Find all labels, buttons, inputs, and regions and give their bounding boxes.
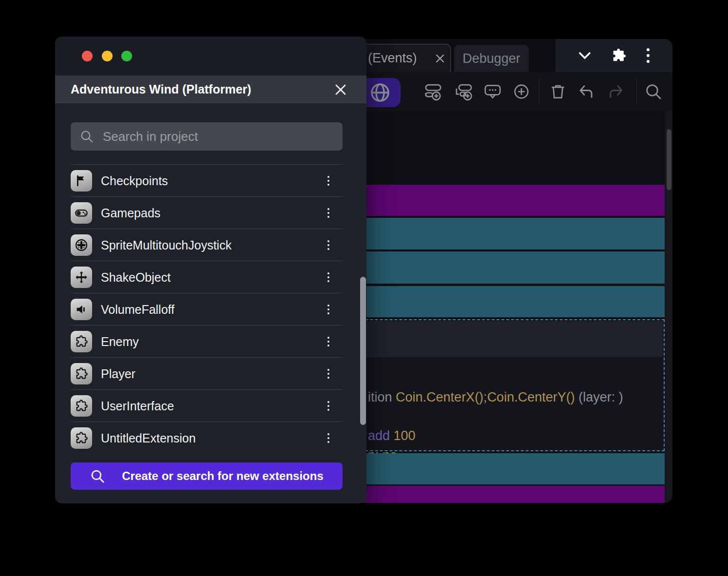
add-subevent-button[interactable] xyxy=(455,82,473,101)
item-menu-icon[interactable] xyxy=(322,398,335,414)
tab-events-label: (Events) xyxy=(368,51,417,66)
add-more-button[interactable] xyxy=(512,82,531,101)
gamepad-icon xyxy=(71,202,92,224)
move-icon xyxy=(71,267,92,288)
event-action-position: ition Coin.CenterX();Coin.CenterY() (lay… xyxy=(368,390,623,405)
search-icon xyxy=(90,468,105,484)
close-icon[interactable] xyxy=(332,81,349,98)
toolbar-divider xyxy=(539,78,539,105)
item-menu-icon[interactable] xyxy=(322,237,335,253)
tab-debugger-label: Debugger xyxy=(462,51,520,66)
item-menu-icon[interactable] xyxy=(322,366,335,382)
close-traffic-light[interactable] xyxy=(82,51,93,61)
tab-debugger[interactable]: Debugger xyxy=(454,45,529,72)
list-item[interactable]: Gamepads xyxy=(71,196,343,229)
events-scrollbar-thumb[interactable] xyxy=(667,129,671,190)
create-search-extensions-button[interactable]: Create or search for new extensions xyxy=(71,462,343,490)
item-menu-icon[interactable] xyxy=(322,334,335,349)
flag-icon xyxy=(71,170,92,192)
chevron-down-icon[interactable] xyxy=(577,50,592,61)
search-input[interactable] xyxy=(102,129,334,145)
delete-button[interactable] xyxy=(549,82,567,101)
search-icon xyxy=(79,129,94,144)
list-item[interactable]: ShakeObject xyxy=(71,261,343,293)
tab-close-icon[interactable] xyxy=(435,53,445,64)
item-menu-icon[interactable] xyxy=(322,269,335,285)
event-action-add: add 100 xyxy=(368,428,416,443)
item-menu-icon[interactable] xyxy=(322,430,335,446)
list-item[interactable]: Player xyxy=(71,357,343,389)
item-menu-icon[interactable] xyxy=(322,173,335,189)
search-bar xyxy=(71,122,343,151)
add-comment-button[interactable] xyxy=(483,82,502,101)
puzzle-icon xyxy=(71,363,92,384)
add-event-button[interactable] xyxy=(424,82,442,101)
project-manager-dialog: Adventurous Wind (Platformer) Checkpoint… xyxy=(55,37,366,503)
zoom-traffic-light[interactable] xyxy=(121,51,132,61)
extensions-puzzle-icon[interactable] xyxy=(611,47,627,64)
globe-icon xyxy=(369,82,391,103)
page-title: Adventurous Wind (Platformer) xyxy=(71,82,251,96)
dialog-header: Adventurous Wind (Platformer) xyxy=(55,76,366,103)
search-events-button[interactable] xyxy=(644,82,663,101)
puzzle-icon xyxy=(71,395,92,417)
list-item[interactable]: Enemy xyxy=(71,325,343,357)
speaker-icon xyxy=(71,299,92,320)
dialog-titlebar xyxy=(55,37,366,76)
dialog-scrollbar-thumb[interactable] xyxy=(360,277,366,425)
list-item[interactable]: UserInterface xyxy=(71,389,343,422)
minimize-traffic-light[interactable] xyxy=(102,51,113,61)
toolbar-divider xyxy=(636,78,637,105)
list-item[interactable]: VolumeFalloff xyxy=(71,293,343,325)
more-menu-icon[interactable] xyxy=(646,47,651,64)
list-item[interactable]: UntitledExtension xyxy=(71,422,343,454)
undo-button[interactable] xyxy=(577,82,596,101)
window-actions xyxy=(556,39,672,72)
puzzle-icon xyxy=(71,331,92,352)
redo-button[interactable] xyxy=(606,82,625,101)
list-item[interactable]: SpriteMultitouchJoystick xyxy=(71,229,343,261)
puzzle-icon xyxy=(71,427,92,449)
list-item[interactable]: Checkpoints xyxy=(71,164,343,196)
item-menu-icon[interactable] xyxy=(322,302,335,317)
joystick-icon xyxy=(71,234,92,256)
item-menu-icon[interactable] xyxy=(322,205,335,221)
